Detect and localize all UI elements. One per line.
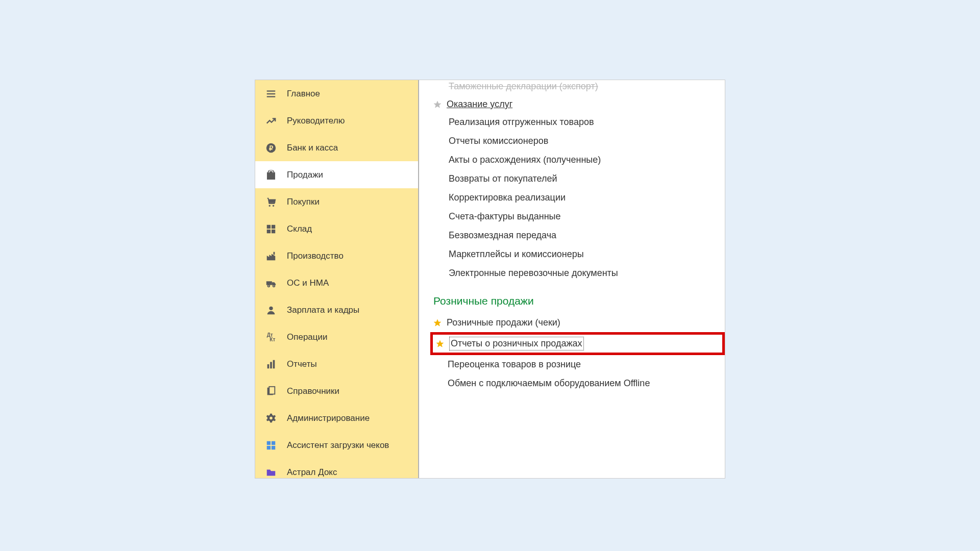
menu-icon — [264, 87, 278, 101]
ruble-icon: ₽ — [264, 141, 278, 155]
svg-rect-24 — [272, 441, 275, 444]
dtkr-icon: Дт Кт — [264, 331, 278, 344]
svg-rect-11 — [272, 229, 275, 233]
retail-item-label: Розничные продажи (чеки) — [447, 317, 560, 328]
services-link[interactable]: Оказание услуг — [447, 99, 512, 110]
svg-rect-7 — [268, 199, 275, 203]
sub-item[interactable]: Отчеты комиссионеров — [449, 132, 725, 151]
sub-item[interactable]: Реализация отгруженных товаров — [449, 113, 725, 132]
sidebar-item-label: Операции — [287, 332, 328, 342]
sidebar-item-label: Справочники — [287, 386, 339, 396]
person-icon — [264, 304, 278, 317]
sidebar-item-label: Склад — [287, 224, 312, 234]
star-icon[interactable] — [433, 319, 442, 327]
sidebar-item-label: Руководителю — [287, 116, 345, 126]
svg-point-15 — [273, 285, 275, 287]
sub-item[interactable]: Корректировка реализации — [449, 188, 725, 207]
svg-rect-9 — [272, 224, 275, 228]
svg-marker-29 — [436, 340, 443, 347]
sidebar: Главное Руководителю ₽ Банк и касса Прод… — [255, 80, 419, 478]
svg-rect-18 — [270, 362, 272, 368]
svg-rect-23 — [267, 441, 271, 444]
sidebar-item-reports[interactable]: Отчеты — [255, 350, 418, 378]
svg-rect-25 — [267, 445, 271, 449]
services-link-row: Оказание услуг — [433, 96, 725, 113]
books-icon — [264, 385, 278, 398]
retail-item-label: Обмен с подключаемым оборудованием Offli… — [448, 378, 650, 389]
sidebar-item-purchases[interactable]: Покупки — [255, 188, 418, 215]
sidebar-item-operations[interactable]: Дт Кт Операции — [255, 323, 418, 350]
sub-item[interactable]: Возвраты от покупателей — [449, 169, 725, 188]
sidebar-item-leader[interactable]: Руководителю — [255, 107, 418, 134]
sales-subitems: Реализация отгруженных товаров Отчеты ко… — [433, 113, 725, 283]
sidebar-item-label: Банк и касса — [287, 143, 338, 153]
sidebar-item-label: Продажи — [287, 170, 323, 180]
main-panel: Таможенные декларации (экспорт) Оказание… — [419, 80, 725, 478]
retail-item-revaluation[interactable]: Переоценка товаров в рознице — [433, 355, 725, 374]
sidebar-item-label: ОС и НМА — [287, 278, 329, 288]
sidebar-item-warehouse[interactable]: Склад — [255, 215, 418, 242]
sidebar-item-catalogs[interactable]: Справочники — [255, 378, 418, 405]
sidebar-item-label: Главное — [287, 89, 320, 99]
sidebar-item-label: Отчеты — [287, 359, 317, 369]
cart-icon — [264, 195, 278, 209]
retail-items: Розничные продажи (чеки) Отчеты о рознич… — [433, 313, 725, 393]
svg-marker-28 — [434, 319, 440, 326]
factory-icon — [264, 249, 278, 263]
sidebar-item-fixed-assets[interactable]: ОС и НМА — [255, 269, 418, 296]
svg-rect-13 — [266, 281, 272, 285]
svg-rect-10 — [267, 229, 271, 233]
sidebar-item-payroll[interactable]: Зарплата и кадры — [255, 296, 418, 323]
sidebar-item-receipt-assistant[interactable]: Ассистент загрузки чеков — [255, 432, 418, 459]
svg-rect-21 — [269, 386, 275, 394]
sidebar-item-bank[interactable]: ₽ Банк и касса — [255, 134, 418, 161]
svg-rect-8 — [267, 224, 271, 228]
svg-point-14 — [268, 285, 270, 287]
cutoff-item[interactable]: Таможенные декларации (экспорт) — [433, 80, 725, 96]
retail-item-label: Отчеты о розничных продажах — [449, 337, 584, 350]
svg-marker-27 — [434, 101, 440, 108]
svg-point-6 — [273, 205, 274, 206]
retail-item-checks[interactable]: Розничные продажи (чеки) — [433, 313, 725, 332]
bag-icon — [264, 168, 278, 182]
trending-icon — [264, 114, 278, 128]
sub-item[interactable]: Счета-фактуры выданные — [449, 207, 725, 226]
svg-text:₽: ₽ — [269, 144, 274, 152]
svg-point-5 — [269, 205, 271, 206]
sidebar-item-sales[interactable]: Продажи — [255, 161, 418, 188]
truck-icon — [264, 277, 278, 290]
retail-item-label: Переоценка товаров в рознице — [448, 359, 581, 370]
sidebar-item-admin[interactable]: Администрирование — [255, 405, 418, 432]
sidebar-item-main[interactable]: Главное — [255, 80, 418, 107]
tiles-icon — [264, 439, 278, 452]
svg-point-22 — [270, 416, 273, 419]
gear-icon — [264, 412, 278, 425]
retail-item-offline-exchange[interactable]: Обмен с подключаемым оборудованием Offli… — [433, 374, 725, 393]
retail-heading: Розничные продажи — [433, 283, 725, 313]
sidebar-item-astral[interactable]: Астрал Докс — [255, 459, 418, 478]
sub-item[interactable]: Электронные перевозочные документы — [449, 264, 725, 283]
svg-rect-17 — [267, 364, 270, 368]
svg-rect-12 — [274, 252, 275, 255]
star-icon[interactable] — [433, 101, 442, 109]
bars-icon — [264, 358, 278, 371]
sub-item[interactable]: Маркетплейсы и комиссионеры — [449, 245, 725, 264]
folder-icon — [264, 466, 278, 479]
app-window: Главное Руководителю ₽ Банк и касса Прод… — [255, 80, 725, 479]
sidebar-item-label: Покупки — [287, 197, 320, 207]
svg-rect-19 — [273, 360, 275, 368]
svg-point-16 — [269, 306, 273, 310]
svg-rect-26 — [272, 445, 275, 449]
sidebar-item-label: Зарплата и кадры — [287, 305, 359, 315]
sidebar-item-production[interactable]: Производство — [255, 242, 418, 269]
sidebar-item-label: Астрал Докс — [287, 467, 337, 478]
star-icon[interactable] — [436, 340, 444, 348]
sub-item[interactable]: Акты о расхождениях (полученные) — [449, 151, 725, 169]
sidebar-item-label: Производство — [287, 251, 344, 261]
grid-icon — [264, 222, 278, 236]
retail-item-reports[interactable]: Отчеты о розничных продажах — [430, 332, 725, 355]
sub-item[interactable]: Безвозмездная передача — [449, 226, 725, 245]
sidebar-item-label: Администрирование — [287, 413, 370, 423]
sidebar-item-label: Ассистент загрузки чеков — [287, 440, 389, 450]
